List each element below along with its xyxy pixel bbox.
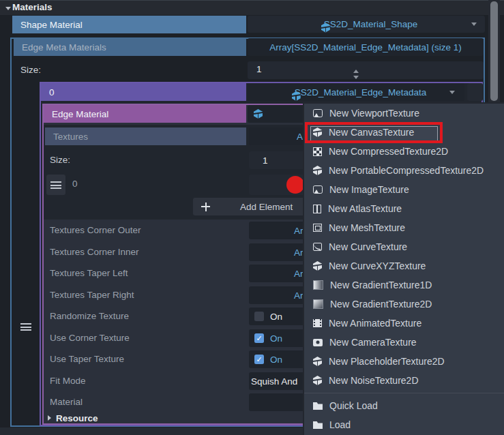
checkbox-unchecked[interactable] bbox=[254, 312, 264, 321]
textures-size-label: Size: bbox=[50, 151, 70, 169]
menu-item-new-meshtexture[interactable]: New MeshTexture bbox=[304, 218, 504, 237]
materials-section-header[interactable]: Materials bbox=[0, 0, 504, 15]
new-texture-dropdown-menu: New ViewportTexture New CanvasTexture Ne… bbox=[303, 102, 504, 435]
texture-element-drag-handle[interactable] bbox=[46, 175, 65, 195]
property-label: Textures Corner Outer bbox=[50, 222, 141, 239]
menu-separator bbox=[304, 393, 504, 393]
checkbox-checked[interactable] bbox=[254, 333, 264, 343]
gradient-2d-icon bbox=[313, 299, 323, 309]
viewport-texture-icon bbox=[313, 109, 323, 117]
curve-texture-icon bbox=[313, 243, 322, 251]
menu-item-new-noisetexture2d[interactable]: New NoiseTexture2D bbox=[304, 371, 504, 390]
menu-item-new-portablecompressedtexture2d[interactable]: New PortableCompressedTexture2D bbox=[304, 161, 504, 180]
element0-resource-button[interactable]: SS2D_Material_Edge_Metadata bbox=[248, 83, 464, 101]
array-size-spinbox[interactable]: 1 bbox=[248, 61, 484, 79]
indent-guide bbox=[10, 38, 12, 427]
shape-material-label: Shape Material bbox=[12, 16, 246, 33]
menu-item-new-viewporttexture[interactable]: New ViewportTexture bbox=[304, 104, 504, 123]
compressed-texture-icon bbox=[313, 147, 322, 156]
menu-item-new-cameratexture[interactable]: New CameraTexture bbox=[304, 333, 504, 352]
element0-extra-button[interactable] bbox=[467, 83, 483, 101]
property-label: Randomize Texture bbox=[50, 308, 129, 325]
atlas-texture-icon bbox=[313, 205, 321, 213]
texture-element-index: 0 bbox=[72, 179, 78, 189]
property-label: Material bbox=[50, 393, 83, 411]
cube-icon bbox=[313, 166, 322, 175]
resource-cube-icon bbox=[254, 109, 263, 119]
section-title: Materials bbox=[12, 2, 53, 12]
textures-label: Textures bbox=[45, 127, 246, 145]
property-label: Fit Mode bbox=[50, 372, 86, 390]
menu-item-new-animatedtexture[interactable]: New AnimatedTexture bbox=[304, 314, 504, 333]
property-label: Textures Taper Left bbox=[50, 265, 128, 282]
menu-item-quick-load[interactable]: Quick Load bbox=[304, 396, 504, 415]
array-size-label: Size: bbox=[20, 61, 41, 79]
spinbox-updown-icon[interactable] bbox=[353, 70, 359, 79]
scrollbar-handle[interactable] bbox=[490, 1, 498, 101]
edge-meta-materials-value-button[interactable]: Array[SS2D_Material_Edge_Metadata] (size… bbox=[248, 38, 484, 56]
menu-item-new-gradienttexture2d[interactable]: New GradientTexture2D bbox=[304, 295, 504, 314]
checkbox-checked[interactable] bbox=[254, 355, 264, 364]
menu-item-load[interactable]: Load bbox=[304, 415, 504, 434]
mesh-texture-icon bbox=[313, 224, 322, 232]
menu-item-new-curvexyztexture[interactable]: New CurveXYZTexture bbox=[304, 256, 504, 275]
camera-icon bbox=[313, 339, 323, 346]
menu-item-new-gradienttexture1d[interactable]: New GradientTexture1D bbox=[304, 275, 504, 295]
menu-item-new-imagetexture[interactable]: New ImageTexture bbox=[304, 180, 504, 199]
collapse-chevron-icon bbox=[5, 7, 11, 10]
property-label: Use Taper Texture bbox=[50, 350, 124, 368]
edge-material-resource-button[interactable] bbox=[248, 105, 309, 123]
property-label: Use Corner Texture bbox=[50, 329, 130, 347]
cube-icon bbox=[313, 261, 322, 271]
menu-item-new-placeholdertexture2d[interactable]: New PlaceholderTexture2D bbox=[304, 352, 504, 371]
highlight-box bbox=[305, 122, 443, 143]
chevron-down-icon bbox=[471, 22, 477, 26]
image-texture-icon bbox=[313, 185, 323, 194]
element0-drag-handle-icon[interactable] bbox=[20, 323, 31, 331]
property-label: Textures Taper Right bbox=[50, 286, 134, 304]
expand-chevron-icon bbox=[48, 415, 51, 421]
shape-material-value-button[interactable]: SS2D_Material_Shape bbox=[248, 16, 485, 33]
cube-icon bbox=[313, 376, 322, 385]
folder-icon bbox=[313, 402, 323, 410]
chevron-down-icon bbox=[449, 91, 455, 94]
drag-handle-icon bbox=[50, 181, 61, 189]
gradient-1d-icon bbox=[313, 280, 323, 290]
texture-preview-red bbox=[286, 176, 304, 194]
element0-index-label: 0 bbox=[41, 83, 246, 101]
edge-meta-materials-label: Edge Meta Materials bbox=[14, 38, 246, 56]
property-label: Textures Corner Inner bbox=[50, 243, 139, 261]
edge-material-label: Edge Material bbox=[44, 105, 246, 123]
inspector-panel: Materials Shape Material SS2D_Material_S… bbox=[0, 0, 504, 435]
film-icon bbox=[313, 319, 322, 327]
resource-section-header[interactable]: Resource bbox=[44, 411, 303, 425]
cube-icon bbox=[313, 357, 322, 366]
plus-icon bbox=[201, 202, 210, 211]
folder-icon bbox=[313, 421, 323, 429]
menu-item-new-compressedtexture2d[interactable]: New CompressedTexture2D bbox=[304, 142, 504, 161]
menu-item-new-curvetexture[interactable]: New CurveTexture bbox=[304, 237, 504, 256]
menu-item-new-atlastexture[interactable]: New AtlasTexture bbox=[304, 199, 504, 218]
add-element-button[interactable]: Add Element bbox=[193, 198, 310, 215]
